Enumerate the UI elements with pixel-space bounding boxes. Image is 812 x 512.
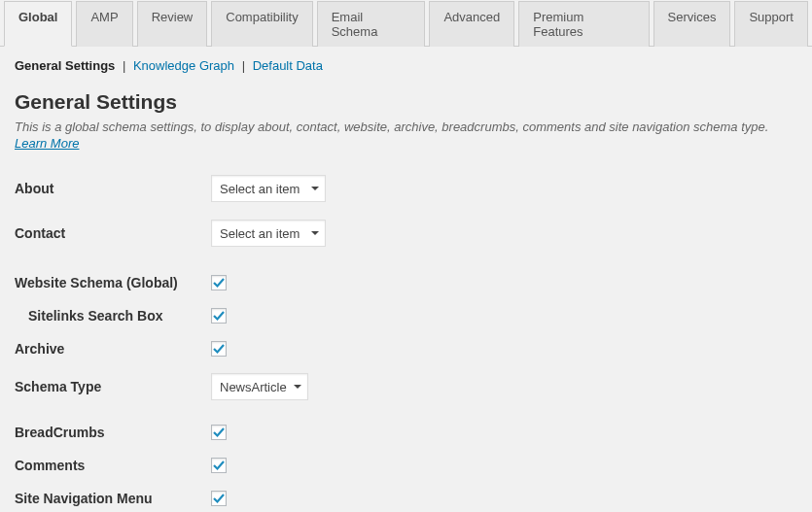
label-breadcrumbs: BreadCrumbs bbox=[15, 425, 211, 440]
checkbox-site-navigation[interactable] bbox=[211, 491, 227, 506]
label-archive: Archive bbox=[15, 341, 211, 357]
select-contact[interactable]: Select an item bbox=[211, 220, 326, 247]
row-archive: Archive bbox=[15, 339, 797, 358]
settings-page: Global AMP Review Compatibility Email Sc… bbox=[0, 0, 812, 512]
row-website-schema: Website Schema (Global) bbox=[15, 273, 797, 292]
row-contact: Contact Select an item bbox=[15, 219, 797, 248]
control-website-schema bbox=[211, 275, 227, 291]
tab-amp[interactable]: AMP bbox=[76, 1, 132, 47]
checkbox-breadcrumbs[interactable] bbox=[211, 425, 227, 440]
content-area: General Settings This is a global schema… bbox=[0, 90, 812, 512]
tab-premium-features[interactable]: Premium Features bbox=[518, 1, 649, 47]
main-tabs: Global AMP Review Compatibility Email Sc… bbox=[0, 0, 812, 47]
checkbox-website-schema[interactable] bbox=[211, 275, 227, 290]
select-schema-type[interactable]: NewsArticle bbox=[211, 373, 308, 400]
label-comments: Comments bbox=[15, 458, 211, 473]
control-sitelinks-search-box bbox=[211, 308, 227, 324]
checkbox-sitelinks-search-box[interactable] bbox=[211, 308, 227, 324]
subnav-knowledge-graph[interactable]: Knowledge Graph bbox=[133, 58, 234, 73]
subnav-separator: | bbox=[242, 58, 245, 73]
checkbox-archive[interactable] bbox=[211, 341, 227, 357]
control-contact: Select an item bbox=[211, 220, 326, 247]
row-sitelinks-search-box: Sitelinks Search Box bbox=[15, 306, 797, 325]
page-title: General Settings bbox=[15, 90, 797, 114]
label-contact: Contact bbox=[15, 225, 211, 241]
label-about: About bbox=[15, 181, 211, 196]
row-schema-type: Schema Type NewsArticle bbox=[15, 372, 797, 401]
select-about[interactable]: Select an item bbox=[211, 175, 326, 202]
label-schema-type: Schema Type bbox=[15, 379, 211, 394]
row-breadcrumbs: BreadCrumbs bbox=[15, 423, 797, 442]
label-website-schema: Website Schema (Global) bbox=[15, 275, 211, 290]
tab-services[interactable]: Services bbox=[653, 1, 731, 47]
tab-email-schema[interactable]: Email Schema bbox=[317, 1, 426, 47]
learn-more-link[interactable]: Learn More bbox=[15, 136, 79, 151]
sub-nav: General Settings | Knowledge Graph | Def… bbox=[0, 47, 812, 90]
settings-form: About Select an item Contact Select an i… bbox=[15, 174, 797, 512]
control-archive bbox=[211, 341, 227, 358]
label-site-navigation: Site Navigation Menu bbox=[15, 491, 211, 506]
control-schema-type: NewsArticle bbox=[211, 373, 308, 400]
subnav-general-settings[interactable]: General Settings bbox=[15, 58, 115, 73]
control-breadcrumbs bbox=[211, 425, 227, 441]
label-sitelinks-search-box: Sitelinks Search Box bbox=[15, 308, 211, 324]
tab-compatibility[interactable]: Compatibility bbox=[211, 1, 312, 47]
subnav-separator: | bbox=[123, 58, 125, 73]
row-site-navigation: Site Navigation Menu bbox=[15, 489, 797, 508]
control-comments bbox=[211, 458, 227, 474]
tab-review[interactable]: Review bbox=[137, 1, 208, 47]
control-site-navigation bbox=[211, 491, 227, 507]
page-description: This is a global schema settings, to dis… bbox=[15, 119, 797, 134]
checkbox-comments[interactable] bbox=[211, 458, 227, 473]
tab-advanced[interactable]: Advanced bbox=[429, 1, 514, 47]
row-comments: Comments bbox=[15, 456, 797, 475]
row-about: About Select an item bbox=[15, 174, 797, 203]
tab-global[interactable]: Global bbox=[4, 1, 72, 47]
tab-support[interactable]: Support bbox=[734, 1, 808, 47]
control-about: Select an item bbox=[211, 175, 326, 202]
subnav-default-data[interactable]: Default Data bbox=[253, 58, 323, 73]
